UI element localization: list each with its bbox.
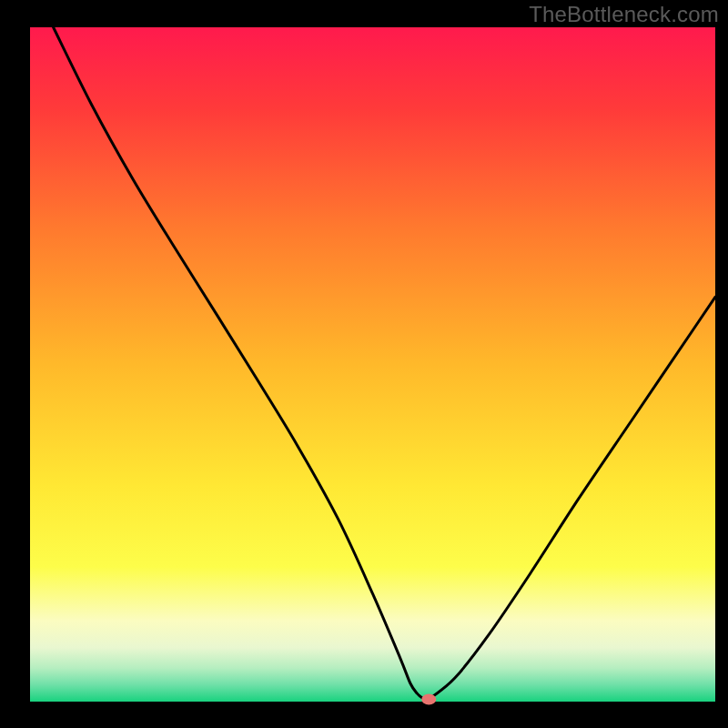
chart-container: TheBottleneck.com: [0, 0, 728, 728]
watermark-text: TheBottleneck.com: [529, 2, 719, 27]
bottleneck-chart: [0, 0, 728, 728]
optimal-point-marker: [421, 693, 436, 704]
gradient-background: [30, 27, 715, 702]
